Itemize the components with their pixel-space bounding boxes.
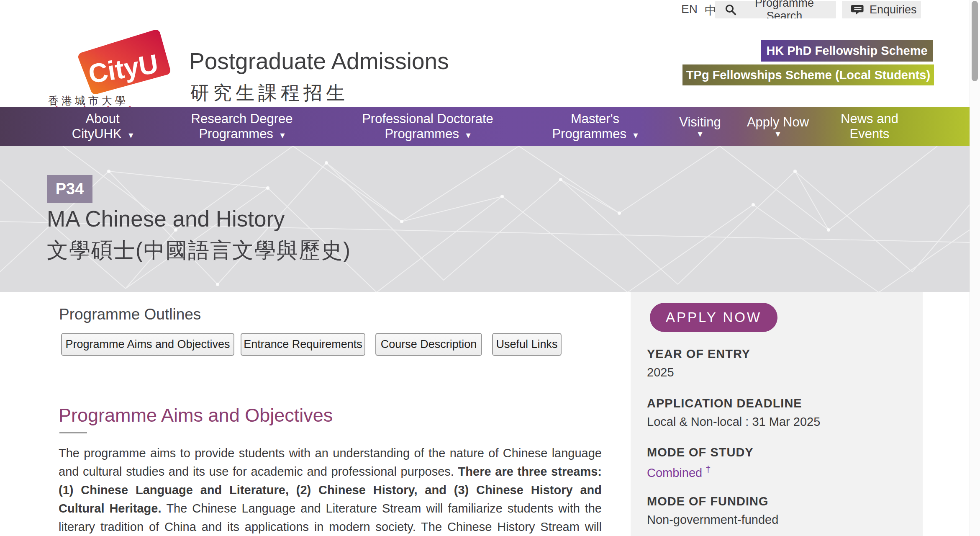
nav-item-research-degree-programmes[interactable]: Research Degree Programmes ▾ xyxy=(191,107,293,146)
cityu-logo[interactable]: CityU 香港城市大學 City University of Hong Kon… xyxy=(46,27,172,111)
chevron-down-icon: ▾ xyxy=(775,130,780,138)
page-scrollbar[interactable] xyxy=(970,0,980,536)
cityu-logo-banner: CityU xyxy=(46,27,172,94)
nav-item-news-and-events[interactable]: News and Events xyxy=(841,107,898,146)
nav-label-line2: CityUHK ▾ xyxy=(72,126,133,142)
hero-banner: P34 MA Chinese and History 文學碩士(中國語言文學與歷… xyxy=(0,146,970,292)
programme-info-sidebar: APPLY NOW YEAR OF ENTRY 2025 APPLICATION… xyxy=(631,292,923,536)
nav-label-line1: Research Degree xyxy=(191,111,293,126)
nav-label-line2: Programmes ▾ xyxy=(199,126,285,142)
programme-code-badge: P34 xyxy=(47,175,92,203)
nav-item-masters-programmes[interactable]: Master's Programmes ▾ xyxy=(552,107,638,146)
heading-divider xyxy=(59,432,87,433)
year-of-entry-value: 2025 xyxy=(647,366,674,379)
chevron-down-icon: ▾ xyxy=(466,130,471,140)
site-title-zh: 研究生課程招生 xyxy=(190,80,349,106)
nav-label-line1: Visiting xyxy=(679,115,721,130)
nav-label-line2: Programmes ▾ xyxy=(385,126,470,142)
programme-search-button[interactable]: Programme Search xyxy=(715,1,836,18)
apply-now-button[interactable]: APPLY NOW xyxy=(650,303,777,332)
site-header: CityU 香港城市大學 City University of Hong Kon… xyxy=(0,18,970,107)
chevron-down-icon: ▾ xyxy=(634,130,638,140)
scrollbar-thumb[interactable] xyxy=(972,1,978,81)
language-toggle-zh[interactable]: 中 xyxy=(705,3,716,18)
nav-item-professional-doctorate-programmes[interactable]: Professional Doctorate Programmes ▾ xyxy=(362,107,493,146)
mode-of-funding-value: Non-government-funded xyxy=(647,513,778,527)
nav-item-about-cityuhk[interactable]: About CityUHK ▾ xyxy=(72,107,133,146)
application-deadline-value: Local & Non-local : 31 Mar 2025 xyxy=(647,415,820,429)
article-paragraph: The programme aims to provide students w… xyxy=(59,444,602,536)
site-title: Postgraduate Admissions xyxy=(189,48,449,75)
main-content: Programme Outlines Programme Aims and Ob… xyxy=(0,292,970,536)
tab-entrance-requirements[interactable]: Entrance Requirements xyxy=(241,333,365,356)
mode-of-study-label: MODE OF STUDY xyxy=(647,446,754,459)
page: EN 中 Programme Search Enquiries xyxy=(0,0,980,536)
nav-label-line1: About xyxy=(85,111,119,126)
application-deadline-label: APPLICATION DEADLINE xyxy=(647,397,802,410)
tab-course-description[interactable]: Course Description xyxy=(375,333,482,356)
search-icon xyxy=(724,3,737,16)
chevron-down-icon: ▾ xyxy=(128,130,133,140)
language-toggle-en[interactable]: EN xyxy=(681,3,698,16)
nav-label-line1: Professional Doctorate xyxy=(362,111,493,126)
chat-icon xyxy=(851,3,865,16)
main-navigation: About CityUHK ▾ Research Degree Programm… xyxy=(0,107,970,146)
tab-useful-links[interactable]: Useful Links xyxy=(492,333,562,356)
year-of-entry-label: YEAR OF ENTRY xyxy=(647,347,750,361)
hk-phd-fellowship-button[interactable]: HK PhD Fellowship Scheme xyxy=(761,40,933,62)
nav-label-line2: Programmes ▾ xyxy=(552,126,638,142)
nav-item-visiting[interactable]: Visiting ▾ xyxy=(679,107,721,146)
chevron-down-icon: ▾ xyxy=(280,130,285,140)
nav-label-line1: Apply Now xyxy=(747,115,809,130)
tpg-fellowships-button[interactable]: TPg Fellowships Scheme (Local Students) xyxy=(682,64,934,85)
enquiries-button[interactable]: Enquiries xyxy=(842,1,921,18)
programme-title-zh: 文學碩士(中國語言文學與歷史) xyxy=(47,236,351,265)
mode-of-study-link[interactable]: Combined † xyxy=(647,464,711,480)
nav-label-line2: Events xyxy=(850,126,890,142)
programme-title: MA Chinese and History xyxy=(47,206,285,232)
top-utility-bar: EN 中 Programme Search Enquiries xyxy=(0,0,970,18)
chevron-down-icon: ▾ xyxy=(698,130,702,138)
tab-programme-aims-and-objectives[interactable]: Programme Aims and Objectives xyxy=(61,333,234,356)
mode-of-funding-label: MODE OF FUNDING xyxy=(647,495,769,508)
article-heading: Programme Aims and Objectives xyxy=(59,405,333,426)
nav-label-line1: Master's xyxy=(571,111,619,126)
dagger-footnote-marker: † xyxy=(705,464,711,474)
nav-item-apply-now[interactable]: Apply Now ▾ xyxy=(747,107,809,146)
nav-label-line1: News and xyxy=(841,111,898,126)
programme-outlines-title: Programme Outlines xyxy=(59,306,201,323)
enquiries-label: Enquiries xyxy=(870,3,917,16)
